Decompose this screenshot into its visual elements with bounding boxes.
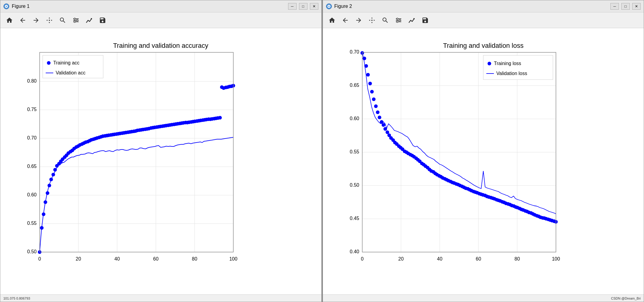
y-label: 0.80: [27, 78, 37, 84]
home-button[interactable]: [3, 15, 15, 26]
chart2-title: Training and validation loss: [443, 42, 524, 49]
home2-button[interactable]: [326, 15, 338, 26]
train-dot: [48, 184, 51, 187]
svg-point-28: [328, 6, 330, 7]
svg-point-2: [6, 6, 7, 7]
chart2-button[interactable]: [406, 15, 418, 26]
figure2-title: Figure 2: [334, 4, 352, 9]
x-label: 20: [76, 256, 81, 261]
y2-label: 0.70: [350, 49, 359, 54]
svg-point-33: [396, 18, 398, 19]
x-label: 0: [38, 256, 41, 261]
svg-point-34: [399, 19, 400, 21]
legend2-train-dot: [488, 62, 491, 65]
figure2-titlebar: Figure 2 ─ □ ✕: [323, 0, 644, 12]
forward2-button[interactable]: [353, 15, 365, 26]
titlebar-left: Figure 1: [3, 3, 30, 9]
y-label: 0.70: [27, 135, 37, 140]
train-loss-dot: [364, 64, 368, 68]
figure1-toolbar: [0, 12, 321, 28]
y-label: 0.50: [27, 249, 37, 254]
minimize-button[interactable]: ─: [288, 3, 297, 10]
train-loss-dot: [363, 57, 366, 60]
train-dot: [40, 226, 44, 230]
titlebar-controls: ─ □ ✕: [288, 3, 318, 10]
settings-button[interactable]: [70, 15, 82, 26]
y-label: 0.55: [27, 221, 37, 226]
zoom-icon: [59, 17, 66, 24]
x-label: 60: [153, 256, 159, 261]
figure1-titlebar: Figure 1 ─ □ ✕: [0, 0, 321, 12]
train-loss-dot: [366, 73, 370, 77]
save2-icon: [422, 17, 429, 24]
legend2-val-label: Validation loss: [496, 71, 527, 76]
chart-icon: [86, 17, 93, 24]
figure1-chart-area: Training and validation accuracy: [0, 28, 321, 294]
back2-button[interactable]: [339, 15, 351, 26]
pan-button[interactable]: [43, 15, 55, 26]
train-loss-dot: [374, 104, 378, 108]
x2-label: 0: [361, 256, 363, 261]
back-button[interactable]: [17, 15, 29, 26]
maximize2-button[interactable]: □: [621, 3, 630, 10]
close2-button[interactable]: ✕: [632, 3, 641, 10]
home2-icon: [328, 17, 336, 24]
save2-button[interactable]: [419, 15, 431, 26]
chart2-icon: [408, 17, 416, 24]
settings-icon: [72, 17, 80, 24]
y2-label: 0.40: [350, 249, 359, 254]
train-dot: [218, 116, 222, 120]
settings2-button[interactable]: [393, 15, 405, 26]
x2-label: 60: [476, 256, 481, 261]
forward2-icon: [355, 17, 362, 24]
minimize2-button[interactable]: ─: [610, 3, 619, 10]
close-button[interactable]: ✕: [310, 3, 318, 10]
y2-label: 0.50: [350, 182, 359, 188]
y2-label: 0.45: [350, 216, 359, 221]
matplotlib-icon: [3, 3, 9, 9]
svg-point-8: [77, 19, 78, 21]
y-label: 0.75: [27, 107, 37, 112]
train-loss-dot: [376, 110, 380, 114]
svg-point-7: [74, 18, 76, 19]
train-loss-dot: [382, 123, 385, 127]
y2-label: 0.55: [350, 149, 359, 154]
figure2-chart-area: Training and validation loss: [323, 28, 644, 294]
zoom-button[interactable]: [57, 15, 69, 26]
figure1-window: Figure 1 ─ □ ✕: [0, 0, 322, 302]
zoom2-icon: [382, 17, 389, 24]
home-icon: [6, 17, 13, 24]
svg-point-35: [396, 21, 398, 22]
legend2-train-label: Training loss: [494, 61, 521, 66]
train-loss-dot: [370, 90, 374, 94]
chart-button[interactable]: [83, 15, 95, 26]
y-label: 0.65: [27, 164, 37, 169]
pan2-button[interactable]: [366, 15, 378, 26]
x2-label: 100: [552, 256, 560, 261]
svg-point-9: [74, 21, 76, 22]
save-icon: [99, 17, 106, 24]
train-dot: [44, 200, 47, 204]
train-dot: [53, 168, 57, 172]
titlebar2-left: Figure 2: [326, 3, 352, 9]
figure1-status-bar: 101.075 0.806793: [0, 294, 321, 302]
figure1-title: Figure 1: [12, 4, 30, 9]
back2-icon: [342, 17, 349, 24]
x-label: 100: [229, 256, 238, 261]
x-label: 40: [114, 256, 120, 261]
forward-button[interactable]: [30, 15, 42, 26]
matplotlib-icon2: [326, 3, 332, 9]
save-button[interactable]: [97, 15, 109, 26]
maximize-button[interactable]: □: [299, 3, 307, 10]
train-loss-dot: [383, 127, 387, 131]
y2-label: 0.65: [350, 83, 359, 88]
figure2-window: Figure 2 ─ □ ✕: [323, 0, 644, 302]
chart1-title: Training and validation accuracy: [113, 42, 209, 49]
x2-label: 40: [437, 256, 442, 261]
zoom2-button[interactable]: [379, 15, 391, 26]
train-dot: [42, 212, 45, 216]
pan2-icon: [368, 17, 376, 24]
svg-point-29: [371, 20, 373, 21]
titlebar2-controls: ─ □ ✕: [610, 3, 641, 10]
figure2-chart: Training and validation loss: [335, 34, 632, 288]
